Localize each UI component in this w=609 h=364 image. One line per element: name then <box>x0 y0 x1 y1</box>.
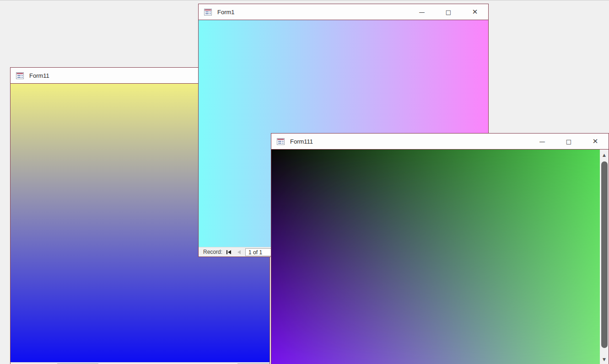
record-label: Record: <box>203 249 222 255</box>
minimize-button[interactable]: — <box>415 5 429 19</box>
first-record-icon <box>226 250 231 254</box>
close-icon: ✕ <box>472 9 478 16</box>
desktop: { "desktop": { "background_color": "#f0f… <box>0 0 609 364</box>
window-controls: — □ ✕ <box>535 134 602 148</box>
maximize-button[interactable]: □ <box>562 134 576 148</box>
scroll-up-icon: ▲ <box>603 153 606 157</box>
scroll-down-icon: ▼ <box>603 357 606 362</box>
window-title: Form1 <box>217 9 415 16</box>
maximize-button[interactable]: □ <box>442 5 455 19</box>
close-button[interactable]: ✕ <box>588 134 602 148</box>
form-icon <box>16 72 24 79</box>
vertical-scrollbar[interactable]: ▲ ▼ <box>600 150 609 364</box>
previous-record-button[interactable] <box>235 248 243 256</box>
minimize-icon: — <box>419 9 425 15</box>
form111-gradient-canvas <box>271 150 600 364</box>
form-icon <box>277 138 285 145</box>
minimize-button[interactable]: — <box>535 134 549 148</box>
window-title: Form111 <box>290 138 535 145</box>
first-record-button[interactable] <box>225 248 232 256</box>
maximize-icon: □ <box>566 139 571 145</box>
titlebar-form111[interactable]: Form111 — □ ✕ <box>271 134 609 150</box>
window-controls: — □ ✕ <box>415 5 482 19</box>
titlebar-form1[interactable]: Form1 — □ ✕ <box>199 4 488 20</box>
scrollbar-thumb[interactable] <box>601 161 608 348</box>
previous-record-icon <box>237 250 241 254</box>
form111-detail-area <box>271 150 600 364</box>
window-title: Form11 <box>29 72 196 79</box>
scroll-down-button[interactable]: ▼ <box>600 355 609 364</box>
scroll-up-button[interactable]: ▲ <box>600 150 609 160</box>
form-icon <box>204 9 212 16</box>
close-button[interactable]: ✕ <box>468 5 482 19</box>
minimize-icon: — <box>539 139 545 145</box>
close-icon: ✕ <box>593 138 598 145</box>
record-navigation-bar: Record: 1 of 1 <box>11 362 269 364</box>
maximize-icon: □ <box>446 9 451 15</box>
window-form111: Form111 — □ ✕ <box>271 133 609 364</box>
